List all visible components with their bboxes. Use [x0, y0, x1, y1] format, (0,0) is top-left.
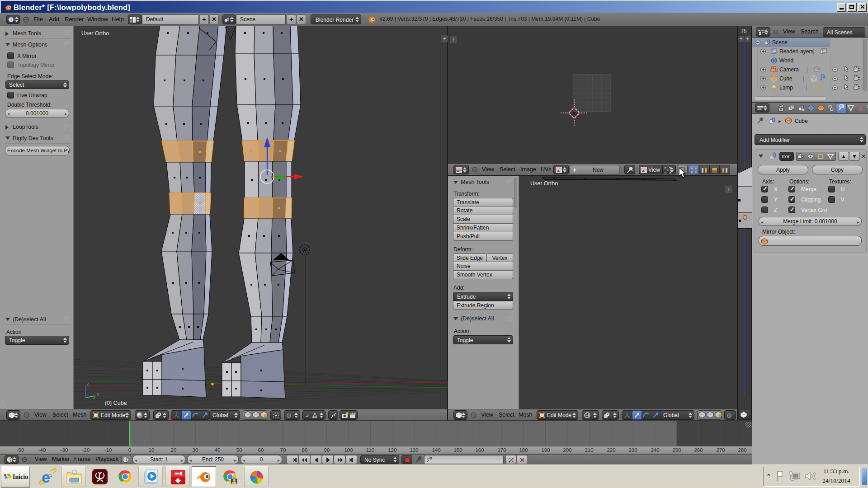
svg-text:270: 270	[716, 447, 725, 453]
svg-text:0: 0	[128, 447, 131, 453]
svg-text:280: 280	[738, 447, 746, 453]
svg-text:y: y	[93, 394, 95, 399]
svg-text:240: 240	[651, 447, 659, 453]
svg-text:+: +	[443, 36, 446, 42]
svg-text:-40: -40	[38, 447, 46, 453]
svg-text:130: 130	[410, 447, 418, 453]
svg-text:250: 250	[672, 447, 681, 453]
svg-text:160: 160	[475, 447, 484, 453]
svg-text:50: 50	[236, 447, 242, 453]
svg-text:150: 150	[453, 447, 462, 453]
svg-text:10: 10	[149, 447, 155, 453]
svg-text:x: x	[97, 392, 99, 397]
svg-text:-30: -30	[61, 447, 68, 453]
svg-text:40: 40	[215, 447, 221, 453]
svg-text:30: 30	[193, 447, 198, 453]
svg-text:User Ortho: User Ortho	[81, 30, 109, 37]
svg-text:-50: -50	[17, 447, 24, 453]
svg-text:z: z	[87, 381, 89, 386]
svg-text:i: i	[10, 18, 12, 22]
svg-text:90: 90	[324, 447, 330, 453]
svg-text:200: 200	[563, 447, 571, 453]
svg-text:+: +	[727, 186, 730, 192]
svg-text:100: 100	[344, 447, 353, 453]
svg-text:80: 80	[302, 447, 308, 453]
svg-text:170: 170	[497, 447, 506, 453]
svg-text:180: 180	[519, 447, 528, 453]
svg-text:110: 110	[366, 447, 374, 453]
svg-text:(0) Cube: (0) Cube	[105, 400, 127, 406]
svg-text:120: 120	[388, 447, 396, 453]
svg-text:20: 20	[171, 447, 177, 453]
svg-text:-20: -20	[82, 447, 90, 453]
svg-text:70: 70	[280, 447, 286, 453]
svg-text:220: 220	[607, 447, 615, 453]
svg-text:-10: -10	[104, 447, 112, 453]
svg-text:140: 140	[432, 447, 440, 453]
svg-text:60: 60	[258, 447, 264, 453]
svg-text:210: 210	[585, 447, 593, 453]
svg-text:190: 190	[541, 447, 550, 453]
svg-text:260: 260	[694, 447, 703, 453]
svg-text:230: 230	[628, 447, 637, 453]
svg-text:User Ortho: User Ortho	[530, 180, 558, 187]
